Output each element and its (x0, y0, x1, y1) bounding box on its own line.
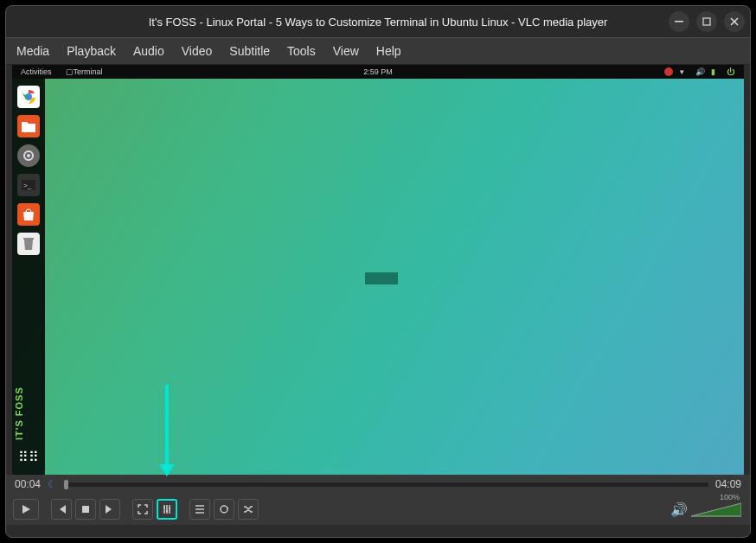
files-icon (17, 115, 40, 137)
volume-percent: 100% (720, 493, 740, 501)
svg-rect-12 (169, 508, 170, 509)
fullscreen-button[interactable] (132, 499, 153, 520)
menu-playback[interactable]: Playback (67, 44, 116, 58)
record-icon (664, 67, 673, 76)
power-icon: ⏻ (727, 67, 735, 76)
next-button[interactable] (99, 499, 120, 520)
playlist-button[interactable] (189, 499, 210, 520)
window-title: It's FOSS - Linux Portal - 5 Ways to Cus… (149, 16, 608, 29)
total-time[interactable]: 04:09 (715, 478, 741, 490)
settings-icon (17, 144, 40, 167)
topbar-clock: 2:59 PM (363, 67, 393, 76)
battery-icon: ▮ (711, 67, 720, 76)
video-area[interactable]: Activities ▢ Terminal 2:59 PM ▾ 🔊 ▮ ⏻ >_ (12, 65, 744, 475)
seek-slider[interactable] (64, 482, 708, 487)
menu-subtitle[interactable]: Subtitle (229, 44, 270, 58)
topbar-app: Terminal (74, 67, 103, 76)
svg-rect-10 (163, 507, 165, 508)
activities-label: Activities (21, 67, 52, 76)
controls-bar: 100% 🔊 (6, 494, 750, 525)
svg-rect-11 (166, 510, 168, 512)
menubar: Media Playback Audio Video Subtitle Tool… (6, 37, 750, 65)
svg-rect-9 (82, 506, 89, 513)
close-button[interactable] (724, 11, 745, 32)
terminal-icon: >_ (17, 174, 40, 196)
svg-text:>_: >_ (23, 182, 32, 189)
annotation-arrowhead (159, 464, 175, 476)
software-icon (17, 203, 40, 226)
play-button[interactable] (13, 499, 39, 520)
menu-view[interactable]: View (333, 44, 359, 58)
seek-row: 00:04 ☾ 04:09 (6, 475, 750, 494)
wifi-icon: ▾ (680, 67, 689, 76)
elapsed-time[interactable]: 00:04 (15, 478, 41, 490)
svg-rect-8 (23, 238, 34, 240)
previous-button[interactable] (51, 499, 72, 520)
menu-video[interactable]: Video (182, 44, 213, 58)
extended-settings-button[interactable] (157, 499, 177, 520)
menu-media[interactable]: Media (16, 44, 49, 58)
shuffle-button[interactable] (238, 499, 259, 520)
svg-rect-0 (675, 21, 683, 22)
svg-point-5 (27, 154, 30, 157)
maximize-button[interactable] (696, 11, 717, 32)
annotation-arrow (165, 385, 169, 470)
menu-audio[interactable]: Audio (133, 44, 164, 58)
menu-help[interactable]: Help (376, 44, 401, 58)
speaker-icon[interactable]: 🔊 (670, 501, 688, 518)
gnome-topbar: Activities ▢ Terminal 2:59 PM ▾ 🔊 ▮ ⏻ (12, 65, 744, 79)
chrome-icon (17, 86, 40, 108)
loop-button[interactable] (214, 499, 234, 520)
cursor-block (365, 272, 398, 284)
trash-icon (17, 233, 40, 255)
sound-icon: 🔊 (695, 67, 704, 76)
minimize-button[interactable] (669, 11, 689, 32)
stop-button[interactable] (75, 499, 96, 520)
moon-icon: ☾ (48, 478, 57, 490)
volume-slider[interactable] (691, 501, 741, 517)
apps-grid-icon: ⠿⠿ (18, 445, 39, 468)
svg-rect-1 (703, 18, 710, 25)
menu-tools[interactable]: Tools (287, 44, 316, 58)
watermark: IT'S FOSS (14, 386, 24, 440)
titlebar: It's FOSS - Linux Portal - 5 Ways to Cus… (6, 6, 750, 37)
